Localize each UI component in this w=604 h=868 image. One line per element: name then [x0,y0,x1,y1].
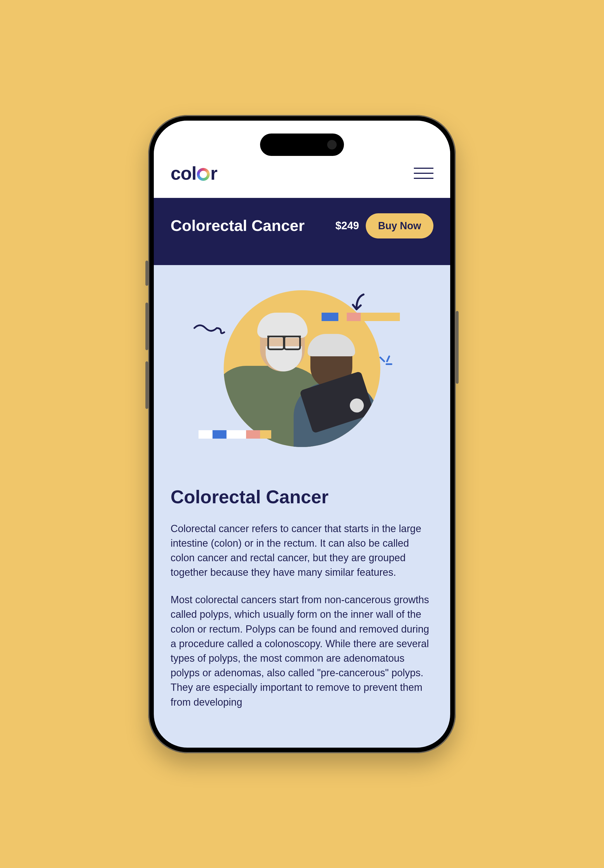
price-group: $249 Buy Now [335,213,433,239]
color-wheel-icon [197,168,210,181]
phone-power-button [456,311,459,384]
phone-side-button [145,260,148,286]
color-strip-bottom [199,430,271,439]
product-title: Colorectal Cancer [171,217,304,234]
product-bar: Colorectal Cancer $249 Buy Now [154,198,450,265]
hero-circle [224,290,380,447]
page-title: Colorectal Cancer [171,486,433,507]
buy-now-button[interactable]: Buy Now [366,213,433,239]
main-content: Colorectal Cancer Colorectal cancer refe… [154,265,450,710]
dynamic-island [260,133,344,156]
price-label: $249 [335,220,359,232]
phone-volume-up [145,302,148,350]
logo-text-prefix: col [171,163,196,184]
body-paragraph-2: Most colorectal cancers start from non-c… [171,592,433,710]
brand-logo[interactable]: col r [171,163,217,184]
squiggle-icon [193,321,235,335]
menu-icon[interactable] [414,168,433,179]
hero-people [224,290,380,447]
logo-text-suffix: r [210,163,217,184]
app-header: col r [154,121,450,198]
hero-illustration [171,290,433,464]
phone-screen: col r Colorectal Cancer $249 Buy Now [154,121,450,748]
body-paragraph-1: Colorectal cancer refers to cancer that … [171,521,433,580]
phone-volume-down [145,361,148,409]
phone-frame: col r Colorectal Cancer $249 Buy Now [148,115,456,753]
